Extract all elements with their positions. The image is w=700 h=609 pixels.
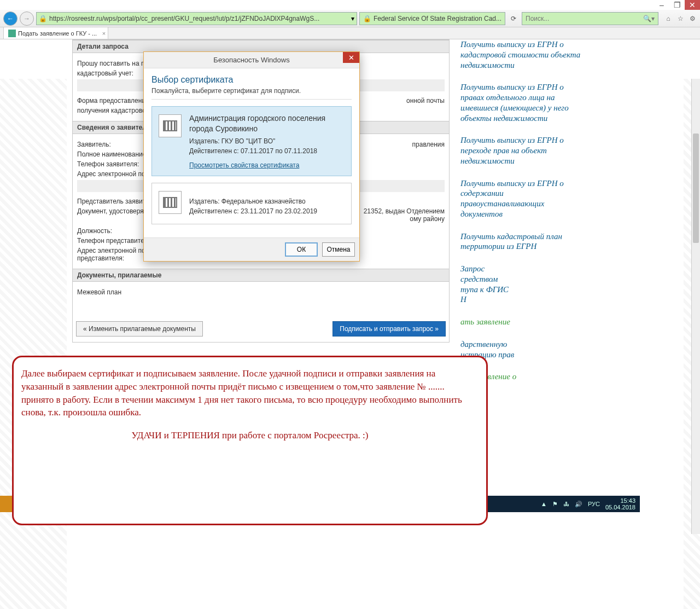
minimize-button[interactable]: – — [654, 0, 669, 10]
tray-time: 15:43 — [605, 497, 635, 504]
scrollbar-thumb[interactable] — [693, 134, 699, 243]
refresh-button[interactable]: ⟳ — [508, 13, 520, 25]
dialog-instruction: Пожалуйста, выберите сертификат для подп… — [151, 87, 352, 100]
dialog-close-button[interactable]: ✕ — [343, 52, 359, 63]
url-text: https://rosreestr.ru/wps/portal/p/cc_pre… — [49, 15, 351, 22]
certificate-item-selected[interactable]: Администрация городского поселения город… — [151, 106, 352, 176]
tab-strip: Подать заявление о ГКУ - ... × — [0, 27, 700, 39]
sidebar-link[interactable]: Получить выписку из ЕГРН о правах отдель… — [460, 82, 586, 123]
vertical-scrollbar[interactable] — [691, 79, 700, 534]
annotation-box: Далее выбираем сертификат и подписываем … — [12, 356, 488, 525]
tools-icon[interactable]: ⚙ — [688, 15, 697, 22]
dialog-title: Безопасность Windows — [213, 56, 289, 64]
tray-clock[interactable]: 15:43 05.04.2018 — [605, 497, 635, 511]
forward-button[interactable]: → — [20, 11, 34, 26]
page-background — [0, 79, 67, 609]
tab-title: Подать заявление о ГКУ - ... — [18, 30, 97, 37]
address-bar[interactable]: 🔒 https://rosreestr.ru/wps/portal/p/cc_p… — [36, 12, 357, 25]
sidebar-links: Получить выписку из ЕГРН о кадастровой с… — [460, 39, 586, 394]
back-documents-button[interactable]: « Изменить прилагаемые документы — [76, 321, 203, 337]
site-identity[interactable]: 🔒 Federal Service Of State Registration … — [359, 12, 505, 25]
certificate-validity: Действителен с: 07.11.2017 по 07.11.2018 — [189, 147, 345, 155]
dialog-titlebar[interactable]: Безопасность Windows ✕ — [144, 52, 359, 68]
windows-security-dialog: Безопасность Windows ✕ Выбор сертификата… — [143, 51, 360, 262]
restore-button[interactable]: ❐ — [669, 0, 685, 10]
certificate-title: Администрация городского поселения город… — [189, 113, 345, 134]
tray-volume-icon[interactable]: 🔊 — [575, 501, 582, 508]
sidebar-link[interactable]: Запрос средством тупа к ФГИС Н — [460, 264, 586, 305]
annotation-text: Далее выбираем сертификат и подписываем … — [21, 367, 479, 419]
certificate-icon — [159, 114, 182, 137]
tab-favicon — [8, 30, 16, 37]
cancel-button[interactable]: Отмена — [322, 242, 355, 257]
dropdown-icon[interactable]: ▾ — [351, 15, 354, 22]
sidebar-link[interactable]: Получить кадастровый план территории из … — [460, 231, 586, 252]
section-header-documents: Документы, прилагаемые — [73, 269, 449, 282]
tray-date: 05.04.2018 — [605, 504, 635, 511]
certificate-issuer: Издатель: ГКУ ВО "ЦИТ ВО" — [189, 137, 345, 145]
tray-flag-icon[interactable]: ⚑ — [552, 501, 558, 508]
certificate-validity: Действителен с: 23.11.2017 по 23.02.2019 — [189, 207, 345, 215]
sign-submit-button[interactable]: Подписать и отправить запрос » — [332, 321, 446, 337]
search-icon[interactable]: 🔍 — [643, 15, 651, 22]
dropdown-icon[interactable]: ▾ — [651, 15, 655, 22]
sidebar-link[interactable]: ать заявление — [460, 317, 586, 327]
lock-icon: 🔒 — [39, 15, 47, 22]
ok-button[interactable]: ОК — [285, 242, 318, 257]
site-name: Federal Service Of State Registration Ca… — [374, 15, 501, 22]
tray-language[interactable]: РУС — [588, 501, 600, 507]
certificate-icon — [159, 191, 182, 214]
browser-toolbar: ← → 🔒 https://rosreestr.ru/wps/portal/p/… — [0, 10, 700, 27]
view-cert-properties-link[interactable]: Просмотреть свойства сертификата — [189, 161, 299, 169]
tab-close-icon[interactable]: × — [102, 30, 106, 37]
tray-up-icon[interactable]: ▲ — [541, 501, 547, 507]
lock-icon: 🔒 — [363, 15, 371, 22]
certificate-issuer: Издатель: Федеральное казначейство — [189, 198, 345, 205]
dialog-heading: Выбор сертификата — [151, 75, 352, 85]
home-icon[interactable]: ⌂ — [664, 15, 673, 22]
favorites-icon[interactable]: ☆ — [676, 15, 685, 22]
sidebar-link[interactable]: Получить выписку из ЕГРН о кадастровой с… — [460, 39, 586, 70]
window-titlebar: – ❐ ✕ — [0, 0, 700, 10]
certificate-item[interactable]: Издатель: Федеральное казначейство Дейст… — [151, 183, 352, 224]
sidebar-link[interactable]: Получить выписку из ЕГРН о переходе прав… — [460, 135, 586, 166]
close-button[interactable]: ✕ — [685, 0, 700, 10]
tray-network-icon[interactable]: 🖧 — [563, 501, 569, 507]
annotation-text: УДАЧИ и ТЕРПЕНИЯ при работе с порталом Р… — [21, 429, 479, 442]
document-item: Межевой план — [77, 288, 445, 296]
search-input[interactable]: Поиск... 🔍 ▾ — [522, 12, 658, 25]
sidebar-link[interactable]: Получить выписку из ЕГРН о содержании пр… — [460, 178, 586, 219]
back-button[interactable]: ← — [3, 11, 18, 26]
browser-tab[interactable]: Подать заявление о ГКУ - ... × — [3, 27, 108, 39]
search-placeholder: Поиск... — [526, 15, 643, 22]
